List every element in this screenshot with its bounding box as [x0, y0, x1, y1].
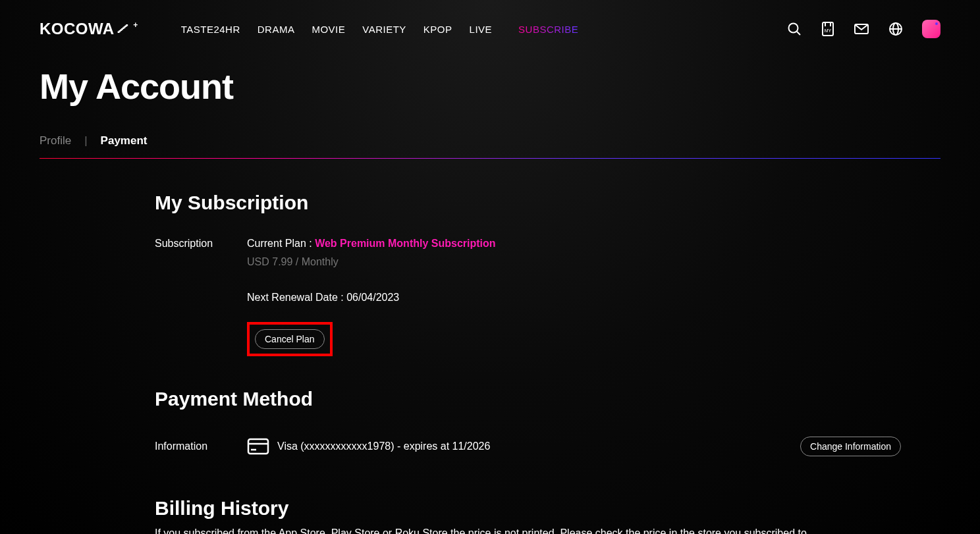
current-plan-name: Web Premium Monthly Subscription: [315, 238, 495, 249]
logo[interactable]: KOCOWA⟋+: [40, 20, 138, 38]
tab-separator: |: [84, 134, 87, 147]
logo-text: KOCOWA: [40, 20, 115, 38]
payment-info-content: Visa (xxxxxxxxxxxx1978) - expires at 11/…: [247, 437, 940, 456]
subscription-content: Current Plan : Web Premium Monthly Subsc…: [247, 238, 940, 356]
header-icons: MY: [786, 20, 940, 38]
mail-icon[interactable]: [854, 21, 869, 37]
payment-method-section: Payment Method Information Visa (xxxxxxx…: [155, 388, 940, 456]
tab-payment[interactable]: Payment: [101, 134, 148, 147]
svg-text:MY: MY: [825, 28, 832, 33]
billing-section: Billing History If you subscribed from t…: [155, 497, 940, 534]
billing-title: Billing History: [155, 497, 940, 520]
card-text: Visa (xxxxxxxxxxxx1978) - expires at 11/…: [277, 441, 490, 452]
tabs-underline: [40, 158, 940, 159]
payment-info-label: Information: [155, 441, 247, 452]
avatar[interactable]: [922, 20, 940, 38]
nav-live[interactable]: LIVE: [470, 24, 493, 35]
logo-dash: ⟋: [113, 19, 132, 38]
current-plan-line: Current Plan : Web Premium Monthly Subsc…: [247, 238, 940, 250]
renew-line: Next Renewal Date : 06/04/2023: [247, 292, 940, 304]
globe-icon[interactable]: [888, 21, 904, 37]
main-nav: TASTE24HR DRAMA MOVIE VARIETY KPOP LIVE …: [181, 24, 579, 35]
cancel-plan-button[interactable]: Cancel Plan: [255, 329, 325, 349]
header: KOCOWA⟋+ TASTE24HR DRAMA MOVIE VARIETY K…: [0, 0, 980, 51]
nav-taste24hr[interactable]: TASTE24HR: [181, 24, 240, 35]
subscription-section: My Subscription Subscription Current Pla…: [155, 192, 940, 356]
svg-line-1: [797, 32, 800, 35]
sections: My Subscription Subscription Current Pla…: [40, 192, 940, 534]
account-tabs: Profile | Payment: [40, 134, 940, 158]
page-title: My Account: [40, 66, 940, 107]
renew-date: 06/04/2023: [346, 292, 399, 303]
price-line: USD 7.99 / Monthly: [247, 256, 940, 268]
search-icon[interactable]: [786, 21, 802, 37]
payment-info-row: Information Visa (xxxxxxxxxxxx1978) - ex…: [155, 437, 940, 456]
nav-drama[interactable]: DRAMA: [258, 24, 295, 35]
svg-rect-10: [248, 439, 268, 454]
credit-card-icon: [247, 438, 269, 455]
tab-profile[interactable]: Profile: [40, 134, 71, 147]
billing-note: If you subscribed from the App Store, Pl…: [155, 527, 940, 534]
payment-actions: Change Information: [800, 437, 940, 456]
nav-kpop[interactable]: KPOP: [423, 24, 452, 35]
nav-subscribe[interactable]: SUBSCRIBE: [518, 24, 578, 35]
nav-variety[interactable]: VARIETY: [362, 24, 406, 35]
cancel-highlight: Cancel Plan: [247, 322, 333, 356]
change-information-button[interactable]: Change Information: [800, 437, 901, 456]
mylist-icon[interactable]: MY: [821, 21, 835, 37]
logo-plus: +: [133, 21, 138, 29]
renew-label: Next Renewal Date :: [247, 292, 346, 303]
subscription-label: Subscription: [155, 238, 247, 356]
subscription-row: Subscription Current Plan : Web Premium …: [155, 238, 940, 356]
payment-method-title: Payment Method: [155, 388, 940, 410]
nav-movie[interactable]: MOVIE: [312, 24, 345, 35]
subscription-title: My Subscription: [155, 192, 940, 214]
content: My Account Profile | Payment My Subscrip…: [0, 66, 980, 534]
svg-point-0: [789, 24, 798, 33]
current-plan-label: Current Plan :: [247, 238, 315, 249]
